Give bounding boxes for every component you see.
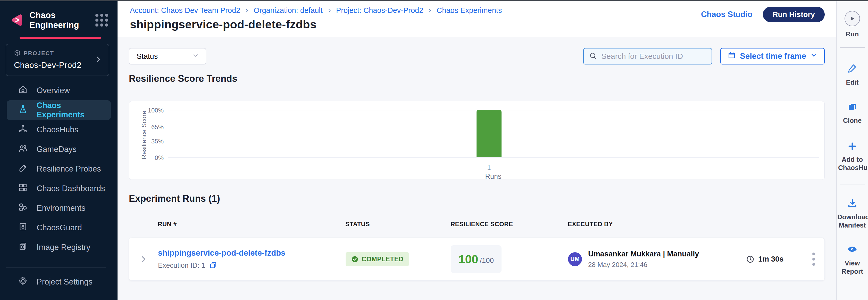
pencil-icon xyxy=(847,63,858,74)
status-filter-dropdown[interactable]: Status xyxy=(129,48,206,64)
execution-search xyxy=(583,48,712,64)
expand-row-chevron-icon[interactable] xyxy=(129,255,158,263)
y-tick-label: 65% xyxy=(139,124,164,131)
project-selector[interactable]: PROJECT Chaos-Dev-Prod2 xyxy=(6,44,109,76)
sidebar-item-chaos-dashboards[interactable]: Chaos Dashboards xyxy=(0,179,118,198)
chaos-studio-link[interactable]: Chaos Studio xyxy=(701,10,752,19)
content-area: Status Select time frame Resilience Scor… xyxy=(118,37,836,300)
cube-icon xyxy=(14,50,21,57)
plus-icon xyxy=(847,141,857,152)
test-tube-icon xyxy=(18,163,28,175)
experiment-runs-title: Experiment Runs (1) xyxy=(129,193,825,204)
sidebar-menu: Overview Chaos Experiments ChaosHubs Gam… xyxy=(0,81,118,267)
chevron-right-icon xyxy=(427,8,432,13)
runs-table-header: RUN # STATUS RESILIENCE SCORE EXECUTED B… xyxy=(129,220,825,228)
sidebar-item-image-registry[interactable]: Image Registry xyxy=(0,238,118,257)
project-name: Chaos-Dev-Prod2 xyxy=(14,60,94,70)
brand-underline xyxy=(20,37,101,39)
filter-bar: Status Select time frame xyxy=(129,48,825,64)
clone-button[interactable]: Clone xyxy=(843,101,862,125)
sidebar-item-overview[interactable]: Overview xyxy=(0,81,118,100)
chevron-right-icon xyxy=(94,56,102,64)
app-logo-row: Chaos Engineering xyxy=(0,0,118,30)
view-report-button[interactable]: View Report xyxy=(839,243,865,276)
sidebar-item-label: ChaosHubs xyxy=(37,125,79,134)
add-to-chaoshub-label: Add to ChaosHub xyxy=(838,155,866,172)
sidebar-item-gamedays[interactable]: GameDays xyxy=(0,140,118,159)
avatar: UM xyxy=(568,252,582,266)
select-time-frame-button[interactable]: Select time frame xyxy=(720,48,825,64)
status-text: COMPLETED xyxy=(362,256,403,263)
app-title: Chaos Engineering xyxy=(29,10,95,30)
clock-icon xyxy=(746,255,754,264)
eye-icon xyxy=(847,243,858,256)
column-header-run: RUN # xyxy=(158,220,345,228)
download-manifest-button[interactable]: Download Manifest xyxy=(837,198,867,230)
sidebar-item-environments[interactable]: Environments xyxy=(0,198,118,218)
sidebar-item-label: ChaosGuard xyxy=(37,223,82,233)
column-header-executed-by: EXECUTED BY xyxy=(568,220,746,228)
sidebar-item-chaoshubs[interactable]: ChaosHubs xyxy=(0,120,118,140)
chart-gridline: 0% xyxy=(168,157,819,158)
add-to-chaoshub-button[interactable]: Add to ChaosHub xyxy=(838,141,866,172)
sidebar-item-label: GameDays xyxy=(37,145,76,154)
edit-button[interactable]: Edit xyxy=(846,63,859,87)
copy-icon[interactable] xyxy=(209,261,217,270)
run-name-link[interactable]: shippingservice-pod-delete-fzdbs xyxy=(158,248,285,258)
sidebar-item-label: Image Registry xyxy=(37,243,90,252)
chevron-right-icon xyxy=(244,8,249,13)
chevron-down-icon xyxy=(810,52,817,61)
breadcrumb-chaos-experiments[interactable]: Chaos Experiments xyxy=(437,6,502,15)
row-menu-kebab-icon[interactable] xyxy=(803,252,825,266)
chart-y-axis-label: Resilience Score xyxy=(141,111,148,159)
sidebar-item-project-settings[interactable]: Project Settings xyxy=(0,268,118,296)
sidebar-item-label: Overview xyxy=(37,86,70,95)
status-filter-label: Status xyxy=(136,52,158,61)
breadcrumb-project[interactable]: Project: Chaos-Dev-Prod2 xyxy=(336,6,423,15)
score-value: 100 xyxy=(459,252,478,266)
hub-icon xyxy=(18,124,28,136)
breadcrumb-account[interactable]: Account: Chaos Dev Team Prod2 xyxy=(130,6,240,15)
y-tick-label: 35% xyxy=(139,138,164,145)
run-label: Run xyxy=(846,30,859,38)
chart-bar[interactable] xyxy=(476,110,501,157)
clone-icon xyxy=(847,101,858,113)
resilience-trends-title: Resilience Score Trends xyxy=(129,73,825,84)
breadcrumb-organization[interactable]: Organization: default xyxy=(254,6,323,15)
chart-plot-area: 100% 65% 35% 0% 1 Runs xyxy=(168,110,819,157)
action-rail: Run Edit Clone Add to ChaosHub Download … xyxy=(836,0,868,300)
download-manifest-label: Download Manifest xyxy=(837,213,867,230)
check-circle-icon xyxy=(351,256,359,263)
run-history-button[interactable]: Run History xyxy=(763,7,825,22)
chevron-down-icon xyxy=(192,52,199,61)
status-badge: COMPLETED xyxy=(346,252,409,266)
search-input[interactable] xyxy=(601,52,706,61)
registry-icon xyxy=(18,241,28,253)
chaos-engineering-logo-icon xyxy=(10,13,24,27)
chevron-right-icon xyxy=(327,8,332,13)
breadcrumb: Account: Chaos Dev Team Prod2 Organizati… xyxy=(130,6,502,15)
window-top-edge xyxy=(0,0,868,1)
x-tick-label: 1 xyxy=(476,164,501,172)
executed-at: 28 May 2024, 21:46 xyxy=(588,261,699,269)
sidebar-item-chaosguard[interactable]: ChaosGuard xyxy=(0,218,118,238)
table-row[interactable]: shippingservice-pod-delete-fzdbs Executi… xyxy=(129,238,825,281)
executed-by-cell: UM Umasankar Mukkara | Manually 28 May 2… xyxy=(568,250,746,269)
app-switcher-icon[interactable] xyxy=(95,14,108,27)
sidebar-item-label: Project Settings xyxy=(37,277,93,287)
hexagons-icon xyxy=(18,202,28,214)
score-total: /100 xyxy=(480,257,494,265)
sidebar-item-label: Chaos Experiments xyxy=(37,101,111,119)
execution-id: Execution ID: 1 xyxy=(158,262,205,270)
sidebar-item-resilience-probes[interactable]: Resilience Probes xyxy=(0,159,118,179)
page-title: shippingservice-pod-delete-fzdbs xyxy=(130,18,502,31)
resilience-score-chart: Resilience Score 100% 65% 35% 0% 1 Runs xyxy=(129,101,825,180)
people-icon xyxy=(18,143,28,155)
run-experiment-button[interactable]: Run xyxy=(844,11,860,38)
play-icon[interactable] xyxy=(844,11,860,26)
sidebar-item-chaos-experiments[interactable]: Chaos Experiments xyxy=(7,100,111,120)
y-tick-label: 100% xyxy=(139,107,164,114)
view-report-label: View Report xyxy=(839,259,865,276)
gear-icon xyxy=(18,276,28,288)
rail-divider xyxy=(840,184,865,184)
